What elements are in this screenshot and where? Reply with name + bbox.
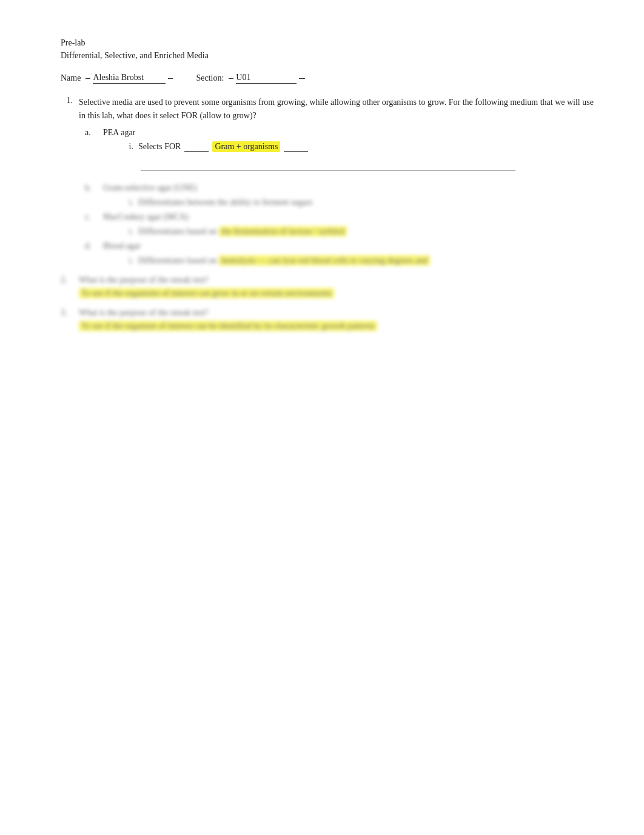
blank-before-highlight <box>184 142 209 152</box>
blurred-q2-highlight: To see if the organisms of interest can … <box>79 288 334 298</box>
blurred-c-roman-label: i. <box>115 227 133 236</box>
blurred-b-text: Gram-selective agar (GNE) <box>103 183 197 193</box>
sub-a-text: PEA agar <box>103 128 595 138</box>
sub-item-a: a. PEA agar i. Selects FOR Gram + organi… <box>85 128 595 152</box>
blurred-d-label: d. <box>85 241 97 251</box>
sub-a-label-row: a. PEA agar <box>85 128 595 138</box>
blurred-c: c. MacConkey agar (MCA) <box>85 212 595 222</box>
blurred-d-text: Blood agar <box>103 241 141 251</box>
blurred-q2-text: What is the purpose of the streak test? <box>79 275 208 285</box>
blurred-sub-items: b. Gram-selective agar (GNE) i. Differen… <box>85 183 595 266</box>
blurred-c-highlight: the fermentation of lactose / sorbitol <box>219 226 347 236</box>
blurred-c-roman-text: Differentiates based on the fermentation… <box>138 227 347 236</box>
blurred-q3-text: What is the purpose of the streak test? <box>79 308 208 318</box>
blurred-q3-highlight: To see if the organism of interest can b… <box>79 321 377 331</box>
blurred-q2-row: 2. What is the purpose of the streak tes… <box>61 275 595 285</box>
blurred-d-roman: i. Differentiates based on hemolysis — c… <box>115 256 595 266</box>
header-line1: Pre-lab <box>61 36 595 49</box>
q1-text: Selective media are used to prevent some… <box>79 96 595 123</box>
q1-number: 1. <box>61 96 73 123</box>
name-section: Name Aleshia Brobst Section: U01 <box>61 73 595 84</box>
blurred-d: d. Blood agar <box>85 241 595 251</box>
question-1-row: 1. Selective media are used to prevent s… <box>61 96 595 123</box>
blurred-d-highlight: hemolysis — can lyse red blood cells to … <box>219 255 430 266</box>
blurred-b: b. Gram-selective agar (GNE) <box>85 183 595 193</box>
blurred-q3-row: 3. What is the purpose of the streak tes… <box>61 308 595 318</box>
blurred-q2-num: 2. <box>61 275 73 285</box>
name-label: Name <box>61 73 81 83</box>
roman-i-label: i. <box>115 142 133 152</box>
blurred-c-label: c. <box>85 212 97 222</box>
blurred-b-roman-text: Differentiates between the ability to fe… <box>138 198 312 207</box>
blurred-d-roman-label: i. <box>115 256 133 266</box>
blurred-c-roman: i. Differentiates based on the fermentat… <box>115 227 595 236</box>
sub-a-alpha: a. <box>85 128 97 138</box>
blurred-q3: 3. What is the purpose of the streak tes… <box>61 308 595 331</box>
name-value: Aleshia Brobst <box>93 73 166 84</box>
blurred-d-roman-text: Differentiates based on hemolysis — can … <box>138 256 430 266</box>
selects-for-text: Selects FOR <box>138 142 181 152</box>
roman-i-content: Selects FOR Gram + organisms <box>138 141 308 152</box>
blurred-b-label: b. <box>85 183 97 193</box>
blurred-q3-num: 3. <box>61 308 73 318</box>
roman-i-item: i. Selects FOR Gram + organisms <box>115 141 595 152</box>
section-value: U01 <box>236 73 297 84</box>
highlighted-answer: Gram + organisms <box>212 141 280 152</box>
blurred-b-roman-label: i. <box>115 198 133 207</box>
page: Pre-lab Differential, Selective, and Enr… <box>0 0 644 835</box>
blurred-q3-answer: To see if the organism of interest can b… <box>79 321 595 331</box>
questions-section: 1. Selective media are used to prevent s… <box>61 96 595 152</box>
header-line2: Differential, Selective, and Enriched Me… <box>61 49 595 62</box>
header-section: Pre-lab Differential, Selective, and Enr… <box>61 36 595 62</box>
blurred-b-roman: i. Differentiates between the ability to… <box>115 198 595 207</box>
blank-after-highlight <box>284 142 308 152</box>
blurred-q2: 2. What is the purpose of the streak tes… <box>61 275 595 298</box>
blurred-c-text: MacConkey agar (MCA) <box>103 212 189 222</box>
section-label: Section: <box>196 73 224 83</box>
blurred-content: b. Gram-selective agar (GNE) i. Differen… <box>61 183 595 331</box>
question-1: 1. Selective media are used to prevent s… <box>61 96 595 152</box>
blurred-q2-answer: To see if the organisms of interest can … <box>79 289 595 298</box>
section-divider <box>141 170 515 171</box>
